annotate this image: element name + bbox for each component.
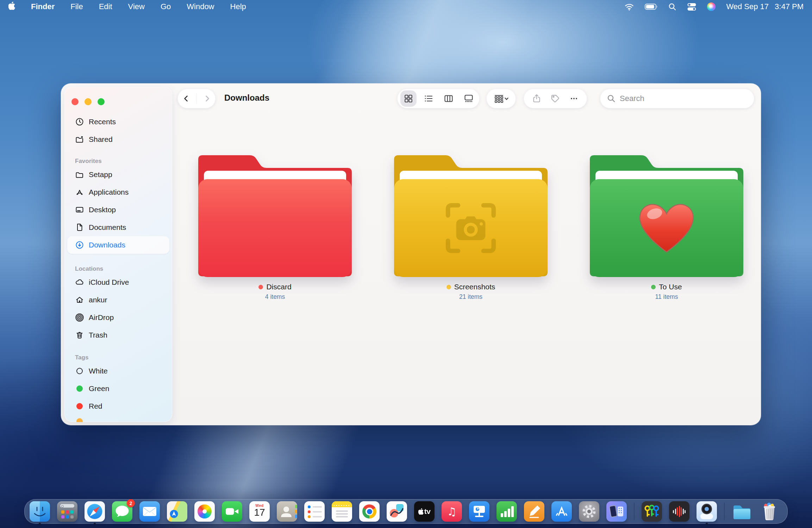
apple-menu-icon[interactable] [8, 2, 15, 12]
dock-item-numbers[interactable] [496, 501, 517, 522]
sidebar-item-recents[interactable]: Recents [67, 113, 169, 131]
sidebar-item-applications[interactable]: Applications [67, 183, 169, 201]
tag-button[interactable] [550, 93, 561, 104]
dock-item-reminders[interactable] [304, 501, 325, 522]
window-title: Downloads [224, 93, 269, 103]
reminders-icon [304, 501, 325, 522]
wifi-icon[interactable] [624, 3, 634, 11]
dock-item-music[interactable]: ♫ [442, 501, 462, 522]
sidebar-item-shared[interactable]: Shared [67, 131, 169, 148]
red-heart-icon [637, 201, 697, 256]
columns-view-button[interactable] [438, 89, 458, 108]
back-button[interactable] [181, 93, 192, 104]
menu-help[interactable]: Help [230, 2, 246, 11]
dock-item-downloads-folder[interactable] [732, 501, 752, 522]
passwords-icon [642, 501, 662, 522]
sidebar-item-desktop[interactable]: Desktop [67, 201, 169, 219]
search-field[interactable]: Search [600, 89, 754, 108]
sidebar-item-setapp[interactable]: Setapp [67, 166, 169, 183]
sidebar-label: Applications [89, 188, 129, 196]
minimize-button[interactable] [85, 98, 92, 105]
sidebar-item-icloud-drive[interactable]: iCloud Drive [67, 274, 169, 291]
sidebar-label: White [89, 367, 108, 375]
group-by-button[interactable] [486, 89, 516, 108]
sidebar-tag-red[interactable]: Red [67, 397, 169, 415]
folder-discard[interactable]: Discard 4 items [190, 150, 360, 301]
dock-item-pages[interactable] [524, 501, 544, 522]
dock-item-safari[interactable] [85, 501, 105, 522]
finder-icon [30, 501, 50, 522]
dock-item-iphone-mirroring[interactable] [606, 501, 627, 522]
running-indicator [706, 523, 708, 525]
safari-icon [85, 501, 105, 522]
dock-item-freeform[interactable] [387, 501, 407, 522]
menu-bar-clock[interactable]: Wed Sep 17 3:47 PM [726, 2, 804, 11]
launchpad-icon [57, 501, 77, 522]
app-store-icon [551, 501, 572, 522]
close-button[interactable] [71, 98, 79, 105]
menu-window[interactable]: Window [187, 2, 214, 11]
dock-item-messages[interactable]: 2 [112, 501, 132, 522]
dock: 2 Wed 17 [24, 499, 788, 524]
dock-item-trash[interactable] [759, 501, 780, 522]
orange-tag-icon-partial[interactable] [76, 418, 83, 422]
dock-item-passwords[interactable] [642, 501, 662, 522]
menu-file[interactable]: File [70, 2, 83, 11]
control-center-icon[interactable] [687, 2, 697, 11]
dock-item-keynote[interactable] [469, 501, 489, 522]
sidebar-item-downloads[interactable]: Downloads [67, 236, 169, 254]
sidebar-rows: Recents Shared Favorites Setapp Applicat… [67, 113, 169, 415]
dock-item-maps[interactable] [167, 501, 187, 522]
keynote-icon [469, 501, 489, 522]
dock-item-contacts[interactable] [277, 501, 297, 522]
dock-item-mail[interactable] [139, 501, 160, 522]
sidebar-label: Green [89, 384, 109, 393]
green-tag-dot [651, 285, 656, 289]
menu-go[interactable]: Go [161, 2, 171, 11]
sidebar-label: AirDrop [89, 313, 114, 322]
list-view-button[interactable] [418, 89, 438, 108]
dock-item-chrome[interactable] [359, 501, 380, 522]
dock-item-calendar[interactable]: Wed 17 [249, 501, 270, 522]
search-icon [607, 94, 616, 103]
dock-item-voice-memos[interactable] [669, 501, 689, 522]
sidebar-label: Documents [89, 223, 126, 232]
icons-view-button[interactable] [398, 89, 418, 108]
more-options-button[interactable] [569, 93, 579, 104]
folder-screenshots[interactable]: Screenshots 21 items [386, 150, 555, 301]
gallery-view-button[interactable] [458, 89, 479, 108]
sidebar-item-trash[interactable]: Trash [67, 326, 169, 344]
folder-to-use[interactable]: To Use 11 items [582, 150, 751, 301]
dock-item-apple-tv[interactable]: tv [414, 501, 435, 522]
dock-item-finder[interactable] [30, 501, 50, 522]
view-switcher [397, 89, 480, 108]
photos-icon [194, 501, 215, 522]
green-tag-icon [75, 384, 84, 393]
menu-view[interactable]: View [128, 2, 145, 11]
sidebar-item-airdrop[interactable]: AirDrop [67, 309, 169, 326]
dock-item-system-settings[interactable] [579, 501, 599, 522]
forward-button[interactable] [202, 93, 212, 104]
system-settings-icon [579, 501, 599, 522]
sidebar-tag-green[interactable]: Green [67, 380, 169, 397]
share-button[interactable] [531, 93, 542, 104]
dock-item-loupe[interactable] [697, 501, 717, 522]
battery-icon[interactable] [645, 3, 658, 10]
sidebar-item-home-ankur[interactable]: ankur [67, 291, 169, 309]
menu-edit[interactable]: Edit [99, 2, 112, 11]
spotlight-search-icon[interactable] [668, 3, 676, 11]
dock-item-app-store[interactable] [551, 501, 572, 522]
siri-icon[interactable] [707, 2, 716, 11]
dock-item-photos[interactable] [194, 501, 215, 522]
menu-bar-status: Wed Sep 17 3:47 PM [624, 2, 804, 11]
sidebar-item-documents[interactable]: Documents [67, 219, 169, 236]
dock-item-notes[interactable] [332, 501, 352, 522]
loupe-app-icon [697, 501, 717, 522]
dock-item-facetime[interactable] [222, 501, 242, 522]
sidebar-tag-white[interactable]: White [67, 362, 169, 380]
folder-label: To Use [582, 283, 751, 291]
dock-item-launchpad[interactable] [57, 501, 77, 522]
menu-app-name[interactable]: Finder [31, 2, 55, 11]
zoom-button[interactable] [98, 98, 105, 105]
sidebar-section-tags: Tags [67, 353, 169, 362]
